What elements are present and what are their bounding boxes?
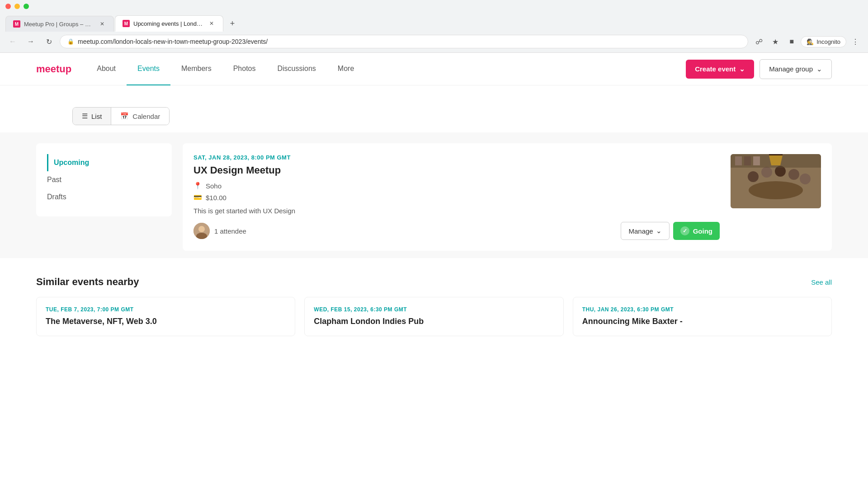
events-list: SAT, JAN 28, 2023, 8:00 PM GMT UX Design… — [172, 143, 832, 258]
svg-point-9 — [800, 174, 811, 184]
going-check-icon: ✓ — [680, 226, 689, 235]
browser-extensions-icon[interactable]: ■ — [784, 34, 799, 49]
incognito-icon: 🕵 — [807, 38, 814, 45]
similar-card-title-0: The Metaverse, NFT, Web 3.0 — [46, 316, 286, 327]
nav-link-discussions[interactable]: Discussions — [266, 53, 326, 85]
list-label: List — [91, 113, 102, 120]
tab-title-2: Upcoming events | London Local... — [133, 20, 204, 27]
similar-card-1[interactable]: WED, FEB 15, 2023, 6:30 PM GMT Clapham L… — [304, 297, 563, 336]
tab-close-2[interactable]: ✕ — [208, 19, 216, 28]
going-label: Going — [693, 227, 712, 235]
going-button[interactable]: ✓ Going — [673, 222, 720, 240]
bookmark-icon[interactable]: ★ — [768, 34, 783, 49]
browser-toolbar: ← → ↻ 🔒 meetup.com/london-locals-new-in-… — [0, 32, 868, 52]
event-date: SAT, JAN 28, 2023, 8:00 PM GMT — [193, 154, 720, 161]
similar-card-date-2: THU, JAN 26, 2023, 6:30 PM GMT — [582, 306, 822, 313]
svg-marker-15 — [769, 155, 783, 165]
sidebar-item-upcoming[interactable]: Upcoming — [47, 154, 161, 171]
lock-icon: 🔒 — [67, 38, 74, 45]
list-view-button[interactable]: ☰ List — [73, 108, 111, 125]
create-event-chevron-icon: ⌄ — [739, 65, 745, 73]
calendar-view-button[interactable]: 📅 Calendar — [111, 108, 169, 125]
similar-card-date-1: WED, FEB 15, 2023, 6:30 PM GMT — [314, 306, 554, 313]
attendee-avatar — [193, 223, 210, 239]
nav-link-more[interactable]: More — [327, 53, 365, 85]
attendee-info: 1 attendee — [193, 223, 246, 239]
manage-group-chevron-icon: ⌄ — [816, 65, 822, 73]
manage-label: Manage — [628, 227, 653, 235]
svg-rect-12 — [744, 156, 751, 165]
sidebar-item-past[interactable]: Past — [47, 171, 161, 188]
attendee-count: 1 attendee — [214, 227, 246, 235]
event-location-text: Soho — [206, 182, 222, 190]
browser-tabs: M Meetup Pro | Groups – Meetup ✕ M Upcom… — [0, 13, 868, 32]
nav-link-members[interactable]: Members — [170, 53, 222, 85]
manage-button[interactable]: Manage ⌄ — [621, 222, 669, 240]
similar-card-0[interactable]: TUE, FEB 7, 2023, 7:00 PM GMT The Metave… — [36, 297, 295, 336]
svg-point-8 — [788, 169, 799, 180]
list-icon: ☰ — [82, 112, 88, 120]
site-nav: meetup About Events Members Photos Discu… — [0, 53, 868, 85]
svg-point-4 — [749, 181, 803, 199]
page: meetup About Events Members Photos Discu… — [0, 53, 868, 460]
forward-button[interactable]: → — [24, 34, 38, 49]
screen-cast-icon[interactable]: ☍ — [752, 34, 766, 49]
view-toggle-container: ☰ List 📅 Calendar — [0, 85, 868, 125]
event-card: SAT, JAN 28, 2023, 8:00 PM GMT UX Design… — [183, 143, 832, 251]
similar-events-section: Similar events nearby See all TUE, FEB 7… — [0, 258, 868, 354]
event-price: 💳 $10.00 — [193, 193, 720, 202]
price-icon: 💳 — [193, 193, 202, 202]
similar-card-title-1: Clapham London Indies Pub — [314, 316, 554, 327]
tab-favicon-1: M — [13, 20, 20, 28]
event-actions: Manage ⌄ ✓ Going — [621, 222, 720, 240]
event-info: SAT, JAN 28, 2023, 8:00 PM GMT UX Design… — [193, 154, 720, 240]
address-bar[interactable]: 🔒 meetup.com/london-locals-new-in-town-m… — [60, 35, 748, 48]
browser-titlebar — [0, 0, 868, 13]
incognito-button[interactable]: 🕵 Incognito — [801, 36, 846, 47]
sidebar: Upcoming Past Drafts — [36, 143, 172, 216]
similar-events-header: Similar events nearby See all — [36, 276, 832, 288]
browser-chrome: M Meetup Pro | Groups – Meetup ✕ M Upcom… — [0, 0, 868, 53]
browser-tab-1[interactable]: M Meetup Pro | Groups – Meetup ✕ — [5, 16, 114, 32]
nav-link-about[interactable]: About — [86, 53, 127, 85]
similar-events-title: Similar events nearby — [36, 276, 139, 288]
svg-point-5 — [748, 171, 759, 182]
svg-point-6 — [761, 167, 772, 178]
window-close-btn[interactable] — [5, 4, 11, 9]
window-minimize-btn[interactable] — [14, 4, 20, 9]
manage-chevron-icon: ⌄ — [656, 227, 662, 235]
back-button[interactable]: ← — [5, 34, 20, 49]
event-description: This is get started with UX Design — [193, 207, 720, 215]
create-event-button[interactable]: Create event ⌄ — [686, 60, 754, 79]
see-all-link[interactable]: See all — [811, 278, 832, 286]
svg-rect-13 — [753, 156, 760, 165]
calendar-icon: 📅 — [120, 112, 129, 120]
event-footer: 1 attendee Manage ⌄ ✓ Going — [193, 222, 720, 240]
nav-link-events[interactable]: Events — [127, 53, 170, 85]
toolbar-actions: ☍ ★ ■ 🕵 Incognito ⋮ — [752, 34, 863, 49]
nav-logo: meetup — [36, 63, 71, 75]
svg-rect-14 — [769, 154, 783, 155]
new-tab-button[interactable]: + — [226, 17, 239, 30]
event-price-text: $10.00 — [206, 194, 226, 202]
refresh-button[interactable]: ↻ — [42, 34, 56, 49]
nav-actions: Create event ⌄ Manage group ⌄ — [686, 59, 832, 79]
create-event-label: Create event — [695, 65, 736, 73]
tab-close-1[interactable]: ✕ — [98, 20, 106, 28]
calendar-label: Calendar — [132, 113, 160, 120]
sidebar-item-drafts[interactable]: Drafts — [47, 188, 161, 206]
svg-rect-11 — [735, 156, 742, 165]
event-title: UX Design Meetup — [193, 164, 720, 176]
browser-menu-icon[interactable]: ⋮ — [848, 34, 863, 49]
event-image — [731, 154, 821, 208]
incognito-label: Incognito — [816, 38, 840, 45]
event-location: 📍 Soho — [193, 182, 720, 190]
window-maximize-btn[interactable] — [24, 4, 29, 9]
browser-tab-2[interactable]: M Upcoming events | London Local... ✕ — [115, 15, 223, 32]
svg-point-1 — [198, 226, 205, 232]
nav-link-photos[interactable]: Photos — [222, 53, 267, 85]
main-content: Upcoming Past Drafts SAT, JAN 28, 2023, … — [0, 132, 868, 258]
tab-title-1: Meetup Pro | Groups – Meetup — [24, 21, 94, 28]
manage-group-button[interactable]: Manage group ⌄ — [760, 59, 832, 79]
similar-card-2[interactable]: THU, JAN 26, 2023, 6:30 PM GMT Announcin… — [573, 297, 832, 336]
